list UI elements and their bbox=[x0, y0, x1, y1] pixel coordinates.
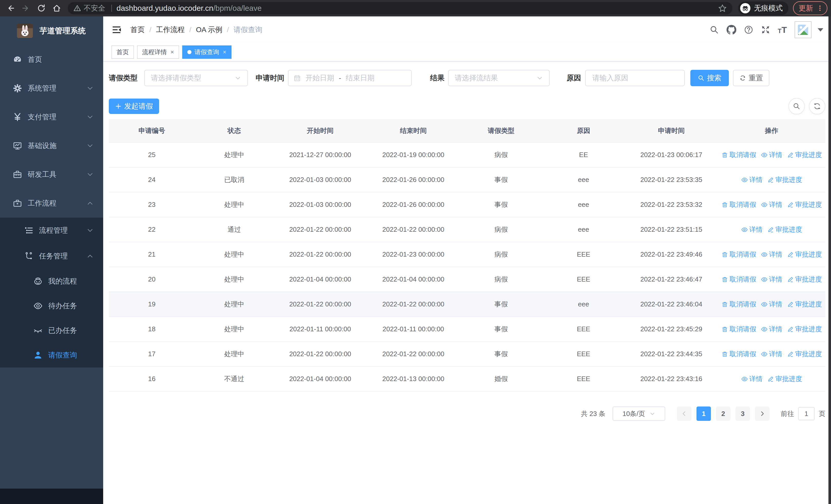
goto-page-input[interactable] bbox=[798, 407, 814, 420]
breadcrumb-home[interactable]: 首页 bbox=[131, 25, 145, 35]
sidebar-item-label: 任务管理 bbox=[39, 251, 68, 261]
close-icon[interactable]: × bbox=[223, 49, 226, 56]
window-scrollbar[interactable] bbox=[828, 17, 831, 504]
sidebar-item-dev-tools[interactable]: 研发工具 bbox=[0, 160, 103, 189]
approval-progress-link[interactable]: 审批进度 bbox=[767, 225, 802, 234]
github-link[interactable] bbox=[726, 25, 736, 35]
detail-link[interactable]: 详情 bbox=[761, 325, 782, 334]
user-avatar[interactable] bbox=[795, 21, 811, 38]
tab-process-detail[interactable]: 流程详情 × bbox=[137, 46, 179, 59]
tab-home[interactable]: 首页 bbox=[111, 46, 134, 59]
cell-status: 处理中 bbox=[195, 150, 274, 159]
search-button[interactable]: 搜索 bbox=[690, 70, 729, 86]
browser-update-button[interactable]: 更新 bbox=[793, 1, 827, 15]
detail-link[interactable]: 详情 bbox=[741, 175, 763, 184]
show-search-toggle-button[interactable] bbox=[789, 98, 805, 114]
page-button-2[interactable]: 2 bbox=[716, 407, 730, 421]
sidebar: 芋道管理系统 首页 系统管理 支付管理 基础设施 bbox=[0, 17, 103, 504]
browser-back-button[interactable] bbox=[4, 1, 18, 15]
approval-progress-link[interactable]: 审批进度 bbox=[787, 275, 822, 284]
sidebar-item-todo-tasks[interactable]: 待办任务 bbox=[0, 294, 103, 318]
sidebar-item-my-process[interactable]: 我的流程 bbox=[0, 269, 103, 294]
page-button-3[interactable]: 3 bbox=[736, 407, 750, 421]
col-header-end: 结束时间 bbox=[367, 126, 460, 135]
header-search-button[interactable] bbox=[710, 25, 719, 34]
approval-progress-link[interactable]: 审批进度 bbox=[787, 250, 822, 259]
approval-progress-link[interactable]: 审批进度 bbox=[787, 350, 822, 358]
detail-link[interactable]: 详情 bbox=[761, 350, 782, 358]
approval-progress-link[interactable]: 审批进度 bbox=[767, 175, 802, 184]
create-leave-button[interactable]: 发起请假 bbox=[109, 98, 159, 114]
sidebar-item-workflow[interactable]: 工作流程 bbox=[0, 189, 103, 217]
result-select[interactable]: 请选择流结果 bbox=[448, 70, 550, 86]
page-size-select[interactable]: 10条/页 bbox=[612, 407, 665, 421]
edit-pencil-icon bbox=[787, 152, 794, 158]
cancel-leave-link[interactable]: 取消请假 bbox=[721, 150, 756, 159]
sidebar-item-infrastructure[interactable]: 基础设施 bbox=[0, 131, 103, 160]
cancel-leave-link[interactable]: 取消请假 bbox=[721, 325, 756, 334]
url-host[interactable]: dashboard.yudao.iocoder.cn bbox=[116, 4, 213, 12]
sidebar-item-task-management[interactable]: 任务管理 bbox=[0, 243, 103, 269]
browser-reload-button[interactable] bbox=[34, 1, 48, 15]
approval-progress-link[interactable]: 审批进度 bbox=[787, 200, 822, 209]
sidebar-item-process-management[interactable]: 流程管理 bbox=[0, 217, 103, 243]
approval-progress-link[interactable]: 审批进度 bbox=[767, 375, 802, 383]
cancel-leave-link[interactable]: 取消请假 bbox=[721, 275, 756, 284]
close-icon[interactable]: × bbox=[170, 49, 174, 56]
leave-type-select[interactable]: 请选择请假类型 bbox=[144, 70, 248, 86]
detail-link[interactable]: 详情 bbox=[741, 225, 763, 234]
browser-forward-button[interactable] bbox=[19, 1, 33, 15]
sidebar-item-leave-query[interactable]: 请假查询 bbox=[0, 343, 103, 367]
fullscreen-button[interactable] bbox=[761, 25, 770, 34]
cell-end-time: 2022-01-22 00:00:00 bbox=[367, 350, 460, 358]
refresh-table-button[interactable] bbox=[809, 98, 825, 114]
security-label[interactable]: 不安全 bbox=[84, 3, 105, 13]
cell-start-time: 2021-12-27 00:00:00 bbox=[274, 151, 367, 159]
sidebar-item-payment[interactable]: 支付管理 bbox=[0, 102, 103, 131]
sidebar-item-home[interactable]: 首页 bbox=[0, 45, 103, 74]
detail-link[interactable]: 详情 bbox=[761, 300, 782, 309]
bookmark-star-icon[interactable] bbox=[718, 4, 727, 12]
next-page-button[interactable] bbox=[755, 407, 769, 421]
detail-link[interactable]: 详情 bbox=[761, 150, 782, 159]
detail-link[interactable]: 详情 bbox=[761, 275, 782, 284]
approval-progress-link[interactable]: 审批进度 bbox=[787, 325, 822, 334]
prev-page-button[interactable] bbox=[677, 407, 691, 421]
tab-leave-query[interactable]: 请假查询 × bbox=[182, 46, 231, 59]
briefcase-icon bbox=[13, 199, 22, 208]
breadcrumb-workflow[interactable]: 工作流程 bbox=[156, 25, 185, 35]
browser-home-button[interactable] bbox=[50, 1, 64, 15]
detail-link[interactable]: 详情 bbox=[761, 200, 782, 209]
sidebar-item-label: 流程管理 bbox=[39, 226, 68, 235]
sidebar-collapse-button[interactable] bbox=[111, 25, 122, 35]
font-size-button[interactable]: TT bbox=[778, 25, 787, 34]
reset-button[interactable]: 重置 bbox=[733, 70, 769, 86]
cancel-leave-link[interactable]: 取消请假 bbox=[721, 350, 756, 358]
breadcrumb-oa-example[interactable]: OA 示例 bbox=[196, 25, 223, 35]
cell-status: 处理中 bbox=[195, 300, 274, 309]
cell-id: 21 bbox=[109, 250, 195, 259]
sidebar-item-done-tasks[interactable]: 已办任务 bbox=[0, 318, 103, 343]
url-path[interactable]: /bpm/oa/leave bbox=[213, 4, 261, 12]
cell-end-time: 2022-01-13 00:00:00 bbox=[367, 375, 460, 383]
approval-progress-link[interactable]: 审批进度 bbox=[787, 150, 822, 159]
avatar-dropdown-caret[interactable] bbox=[818, 28, 823, 32]
page-button-1[interactable]: 1 bbox=[696, 407, 711, 421]
approval-progress-link[interactable]: 审批进度 bbox=[787, 300, 822, 309]
reason-input[interactable] bbox=[592, 73, 678, 82]
cell-end-time: 2022-01-26 00:00:00 bbox=[367, 176, 460, 184]
address-bar[interactable]: 不安全 dashboard.yudao.iocoder.cn /bpm/oa/l… bbox=[68, 2, 733, 14]
browser-menu-dots-icon[interactable] bbox=[816, 5, 823, 11]
sidebar-item-system[interactable]: 系统管理 bbox=[0, 74, 103, 102]
help-button[interactable] bbox=[744, 25, 753, 34]
cancel-leave-link[interactable]: 取消请假 bbox=[721, 200, 756, 209]
cancel-leave-link[interactable]: 取消请假 bbox=[721, 250, 756, 259]
sidebar-logo[interactable]: 芋道管理系统 bbox=[0, 17, 103, 45]
detail-link[interactable]: 详情 bbox=[741, 375, 763, 383]
detail-link[interactable]: 详情 bbox=[761, 250, 782, 259]
cell-apply-time: 2022-01-22 23:44:35 bbox=[625, 350, 718, 358]
table-row: 23处理中2022-01-03 00:00:002022-01-26 00:00… bbox=[109, 192, 825, 217]
cancel-leave-link[interactable]: 取消请假 bbox=[721, 300, 756, 309]
apply-time-range-picker[interactable]: 开始日期 - 结束日期 bbox=[288, 70, 412, 86]
tags-view-bar: 首页 流程详情 × 请假查询 × bbox=[103, 43, 831, 62]
